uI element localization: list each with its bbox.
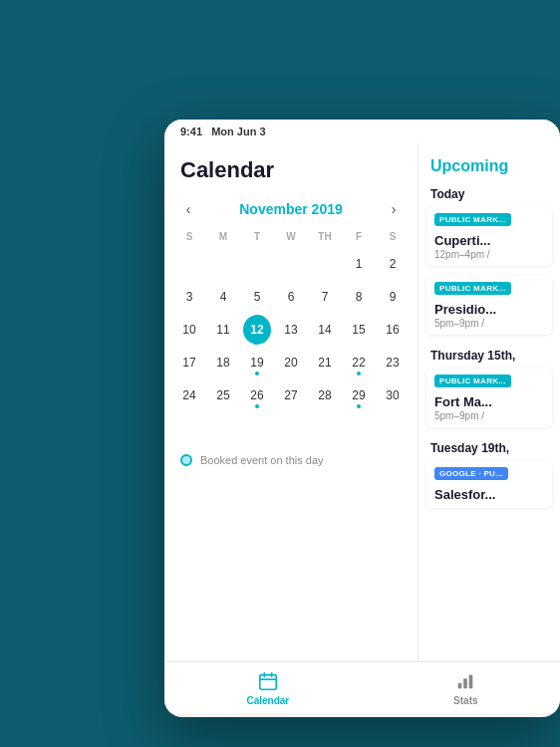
event-badge-1: PUBLIC MARK... bbox=[434, 213, 511, 226]
upcoming-panel: Upcoming Today PUBLIC MARK... Cuperti...… bbox=[419, 143, 560, 661]
svg-rect-6 bbox=[469, 675, 473, 689]
legend-dot bbox=[180, 454, 192, 466]
tab-calendar[interactable]: Calendar bbox=[246, 669, 289, 706]
cal-day-27[interactable]: 27 bbox=[277, 380, 305, 410]
day-header-sat: S bbox=[376, 229, 410, 244]
section-today: Today bbox=[419, 183, 560, 207]
cal-day-21[interactable]: 21 bbox=[311, 348, 339, 377]
cal-day-23[interactable]: 23 bbox=[379, 348, 407, 377]
cal-day-18[interactable]: 18 bbox=[209, 348, 237, 377]
event-badge-2: PUBLIC MARK... bbox=[434, 282, 511, 295]
day-header-mon: M bbox=[206, 229, 240, 244]
event-card-cupertino[interactable]: PUBLIC MARK... Cuperti... 12pm–4pm / bbox=[426, 207, 552, 266]
day-header-thu: TH bbox=[308, 229, 342, 244]
event-card-fortma[interactable]: PUBLIC MARK... Fort Ma... 5pm–9pm / bbox=[426, 369, 552, 427]
cal-day-30[interactable]: 30 bbox=[379, 380, 407, 410]
status-date: Mon Jun 3 bbox=[211, 125, 265, 137]
day-header-fri: F bbox=[342, 229, 376, 244]
tab-stats[interactable]: Stats bbox=[453, 669, 477, 706]
cal-day-13[interactable]: 13 bbox=[277, 315, 305, 345]
svg-rect-0 bbox=[260, 675, 277, 690]
day-header-tue: T bbox=[240, 229, 274, 244]
event-badge-3: PUBLIC MARK... bbox=[434, 374, 511, 387]
cal-day-25[interactable]: 25 bbox=[209, 380, 237, 410]
svg-rect-5 bbox=[463, 678, 467, 688]
status-time: 9:41 bbox=[180, 125, 202, 137]
event-badge-4: GOOGLE · PU... bbox=[434, 467, 508, 480]
cal-day-empty bbox=[175, 413, 203, 443]
cal-day-empty bbox=[209, 249, 237, 279]
cal-day-22[interactable]: 22 bbox=[345, 348, 373, 377]
day-headers: S M T W TH F S bbox=[164, 229, 418, 244]
cal-day-24[interactable]: 24 bbox=[175, 380, 203, 410]
cal-day-empty bbox=[311, 249, 339, 279]
cal-day-29[interactable]: 29 bbox=[345, 380, 373, 410]
cal-day-7[interactable]: 7 bbox=[311, 282, 339, 312]
event-time-1: 12pm–4pm / bbox=[434, 249, 544, 260]
cal-day-28[interactable]: 28 bbox=[311, 380, 339, 410]
calendar-title: Calendar bbox=[164, 143, 418, 193]
app-container: Calendar ‹ November 2019 › S M T W TH F … bbox=[164, 143, 560, 661]
cal-day-4[interactable]: 4 bbox=[209, 282, 237, 312]
cal-day-9[interactable]: 9 bbox=[379, 282, 407, 312]
tab-bar: Calendar Stats bbox=[164, 661, 560, 713]
cal-day-16[interactable]: 16 bbox=[379, 315, 407, 345]
prev-month-button[interactable]: ‹ bbox=[176, 197, 200, 221]
month-label: November 2019 bbox=[239, 201, 343, 217]
calendar-grid: 1 2 3 4 5 6 7 8 9 10 11 12 13 14 15 16 1… bbox=[164, 248, 418, 444]
cal-day-15[interactable]: 15 bbox=[345, 315, 373, 345]
event-card-presidio[interactable]: PUBLIC MARK... Presidio... 5pm–9pm / bbox=[426, 276, 552, 335]
event-card-salesforce[interactable]: GOOGLE · PU... Salesfor... bbox=[426, 461, 552, 508]
cal-day-1[interactable]: 1 bbox=[345, 249, 373, 279]
status-bar: 9:41 Mon Jun 3 bbox=[164, 120, 560, 143]
legend-label: Booked event on this day bbox=[200, 454, 324, 466]
cal-day-6[interactable]: 6 bbox=[277, 282, 305, 312]
calendar-tab-icon bbox=[256, 669, 280, 693]
cal-day-empty bbox=[175, 249, 203, 279]
booked-legend: Booked event on this day bbox=[164, 444, 418, 476]
cal-day-8[interactable]: 8 bbox=[345, 282, 373, 312]
section-tuesday: Tuesday 19th, bbox=[419, 437, 560, 461]
cal-day-5[interactable]: 5 bbox=[243, 282, 271, 312]
cal-day-26[interactable]: 26 bbox=[243, 380, 271, 410]
cal-day-empty bbox=[243, 249, 271, 279]
cal-day-empty bbox=[277, 249, 305, 279]
cal-day-14[interactable]: 14 bbox=[311, 315, 339, 345]
upcoming-title: Upcoming bbox=[419, 151, 560, 183]
cal-day-12-today[interactable]: 12 bbox=[243, 315, 271, 345]
next-month-button[interactable]: › bbox=[382, 197, 406, 221]
event-time-3: 5pm–9pm / bbox=[434, 410, 544, 421]
cal-day-10[interactable]: 10 bbox=[175, 315, 203, 345]
device-frame: 9:41 Mon Jun 3 Calendar ‹ November 2019 … bbox=[164, 120, 560, 717]
event-time-2: 5pm–9pm / bbox=[434, 318, 544, 329]
section-thursday: Thursday 15th, bbox=[419, 345, 560, 369]
cal-day-2[interactable]: 2 bbox=[379, 249, 407, 279]
event-name-4: Salesfor... bbox=[434, 487, 544, 502]
event-name-3: Fort Ma... bbox=[434, 394, 544, 409]
day-header-wed: W bbox=[274, 229, 308, 244]
cal-day-11[interactable]: 11 bbox=[209, 315, 237, 345]
cal-day-20[interactable]: 20 bbox=[277, 348, 305, 377]
svg-rect-4 bbox=[458, 683, 462, 689]
month-nav: ‹ November 2019 › bbox=[164, 193, 418, 229]
stats-tab-icon bbox=[453, 669, 477, 693]
day-header-sun: S bbox=[172, 229, 206, 244]
calendar-panel: Calendar ‹ November 2019 › S M T W TH F … bbox=[164, 143, 419, 661]
tab-calendar-label: Calendar bbox=[246, 695, 289, 706]
tab-stats-label: Stats bbox=[453, 695, 477, 706]
event-name-2: Presidio... bbox=[434, 302, 544, 317]
cal-day-17[interactable]: 17 bbox=[175, 348, 203, 377]
cal-day-19[interactable]: 19 bbox=[243, 348, 271, 377]
event-name-1: Cuperti... bbox=[434, 233, 544, 248]
cal-day-3[interactable]: 3 bbox=[175, 282, 203, 312]
